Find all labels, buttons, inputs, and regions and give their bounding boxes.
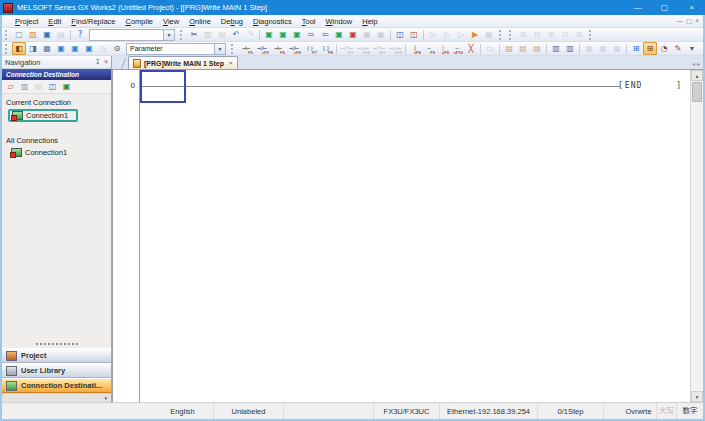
comment-display-icon[interactable]: ⊞ [643, 42, 657, 55]
undo-icon[interactable]: ↶ [229, 28, 243, 41]
ladder-canvas[interactable]: 0 [ END ] [113, 70, 690, 402]
menu-project[interactable]: Project [10, 17, 43, 26]
edit-cursor-cell[interactable] [140, 70, 186, 103]
all-connections-item[interactable]: Connection1 [8, 147, 70, 158]
menu-compile[interactable]: Compile [121, 17, 159, 26]
note-display-icon[interactable]: ✎ [671, 42, 685, 55]
open-project-icon[interactable]: ▨ [26, 28, 40, 41]
toolbar-grip[interactable] [5, 44, 10, 54]
verify-with-plc-icon[interactable]: ▣ [290, 28, 304, 41]
menu-view[interactable]: View [158, 17, 184, 26]
toolbar-grip[interactable] [499, 30, 504, 40]
tab-scroll-left-icon[interactable]: ◂ [692, 60, 695, 67]
toolbar-grip[interactable] [5, 30, 10, 40]
statement-edit-icon[interactable]: ▤ [516, 42, 530, 55]
monitor-mode-icon[interactable]: ▣ [332, 28, 346, 41]
navigation-header: Navigation ↧ × [2, 56, 111, 69]
new-project-icon[interactable]: ▢ [12, 28, 26, 41]
panel-splitter-handle[interactable] [36, 343, 78, 345]
close-branch-icon[interactable]: ⊣/⊢sF6 [286, 42, 302, 55]
toolbar-grip[interactable] [180, 30, 185, 40]
mdi-restore-button[interactable]: ▢ [686, 17, 692, 25]
transfer-write-icon[interactable]: ⇨ [304, 28, 318, 41]
menu-diagnostics[interactable]: Diagnostics [248, 17, 297, 26]
device-comment-edit-icon[interactable]: ▤ [502, 42, 516, 55]
scrollbar-thumb[interactable] [692, 82, 702, 102]
monitor-write-mode-icon[interactable]: ▣ [346, 28, 360, 41]
docking-window-3-icon[interactable]: ▣ [82, 42, 96, 55]
current-connection-item[interactable]: Connection1 [8, 109, 78, 122]
sidebar-item-project[interactable]: Project [2, 348, 111, 363]
menu-edit[interactable]: Edit [43, 17, 66, 26]
toolbar-grip[interactable] [509, 30, 514, 40]
close-panel-icon[interactable]: × [104, 58, 108, 66]
scroll-up-icon[interactable]: ▲ [691, 70, 703, 81]
open-branch-icon[interactable]: ⊣⊢F6 [270, 42, 286, 55]
configure-buttons-icon[interactable]: ▾ [104, 395, 107, 401]
project-select-combo[interactable]: ▼ [89, 29, 175, 41]
statement-list-icon: ⊞ [516, 28, 530, 41]
mdi-close-button[interactable]: × [695, 17, 699, 25]
element-selection-window-icon[interactable]: ◨ [26, 42, 40, 55]
data-select-combo[interactable]: Parameter ▼ [126, 43, 226, 55]
navigation-window-icon[interactable]: ◧ [12, 42, 26, 55]
transfer-read-icon[interactable]: ⇦ [318, 28, 332, 41]
combo-dropdown-icon[interactable]: ▼ [214, 44, 225, 54]
edit-block-icon[interactable]: ▥ [563, 42, 577, 55]
connection-check-icon[interactable]: ▣ [60, 81, 73, 93]
output-window-icon[interactable]: ▦ [40, 42, 54, 55]
sidebar-item-connection-destination[interactable]: Connection Destinati... [2, 378, 111, 393]
device-display-icon[interactable]: ◫ [393, 28, 407, 41]
menu-window[interactable]: Window [321, 17, 358, 26]
new-connection-icon[interactable]: ▱ [4, 81, 17, 93]
step-execution-icon: ▷ [426, 28, 440, 41]
close-button[interactable]: × [678, 0, 705, 15]
read-from-plc-icon[interactable]: ▣ [262, 28, 276, 41]
write-to-plc-icon[interactable]: ▣ [276, 28, 290, 41]
minimize-button[interactable]: — [624, 0, 651, 15]
inline-st-icon[interactable]: ▥ [549, 42, 563, 55]
connection-info-icon[interactable]: ◫ [46, 81, 59, 93]
menu-tool[interactable]: Tool [297, 17, 321, 26]
application-instruction-icon[interactable]: [ ]F8 [318, 42, 334, 55]
toolbar-grip[interactable] [589, 30, 594, 40]
menu-help[interactable]: Help [357, 17, 382, 26]
restore-button[interactable]: ▢ [651, 0, 678, 15]
find-icon[interactable]: ⊙ [110, 42, 124, 55]
vertical-line-icon[interactable]: │sF9 [408, 42, 422, 55]
docking-window-1-icon[interactable]: ▣ [54, 42, 68, 55]
horizontal-line-icon[interactable]: ─F9 [422, 42, 436, 55]
save-project-icon[interactable]: ▣ [40, 28, 54, 41]
tab-prg-write-main[interactable]: [PRG]Write MAIN 1 Step × [128, 56, 238, 69]
close-contact-icon[interactable]: ⊣/⊢sF5 [254, 42, 270, 55]
open-contact-icon[interactable]: ⊣⊢F5 [238, 42, 254, 55]
toolbar-options-icon[interactable]: ▾ [685, 42, 699, 55]
coil-icon[interactable]: ( )F7 [302, 42, 318, 55]
monitor-stop-icon: ▣ [360, 28, 374, 41]
simulation-icon[interactable]: ▶ [468, 28, 482, 41]
vertical-scrollbar[interactable]: ▲ ▼ [690, 70, 703, 402]
toolbar-grip[interactable] [231, 44, 236, 54]
docking-window-2-icon[interactable]: ▣ [68, 42, 82, 55]
statement-display-icon[interactable]: ◔ [657, 42, 671, 55]
sidebar-item-user-library[interactable]: User Library [2, 363, 111, 378]
cut-icon[interactable]: ✂ [187, 28, 201, 41]
delete-horizontal-line-icon[interactable]: ┄cF10 [450, 42, 464, 55]
scroll-down-icon[interactable]: ▼ [691, 391, 703, 402]
device-test-icon[interactable]: ◫ [407, 28, 421, 41]
delete-vertical-line-icon[interactable]: ┊cF9 [436, 42, 450, 55]
pin-icon[interactable]: ↧ [95, 58, 101, 66]
zoom-display-icon[interactable]: ⊞ [629, 42, 643, 55]
note-edit-icon[interactable]: ▤ [530, 42, 544, 55]
copy-connection-icon[interactable]: ▥ [18, 81, 31, 93]
menu-online[interactable]: Online [184, 17, 216, 26]
menu-find-replace[interactable]: Find/Replace [66, 17, 120, 26]
combo-dropdown-icon[interactable]: ▼ [163, 30, 174, 40]
tab-close-icon[interactable]: × [229, 60, 233, 66]
tab-scroll-right-icon[interactable]: ▸ [697, 60, 700, 67]
end-instruction: [ END ] [618, 81, 681, 90]
delete-line-icon[interactable]: ╳ [464, 42, 478, 55]
help-icon[interactable]: ? [73, 28, 87, 41]
menu-debug[interactable]: Debug [216, 17, 248, 26]
mdi-minimize-button[interactable]: — [677, 17, 684, 25]
